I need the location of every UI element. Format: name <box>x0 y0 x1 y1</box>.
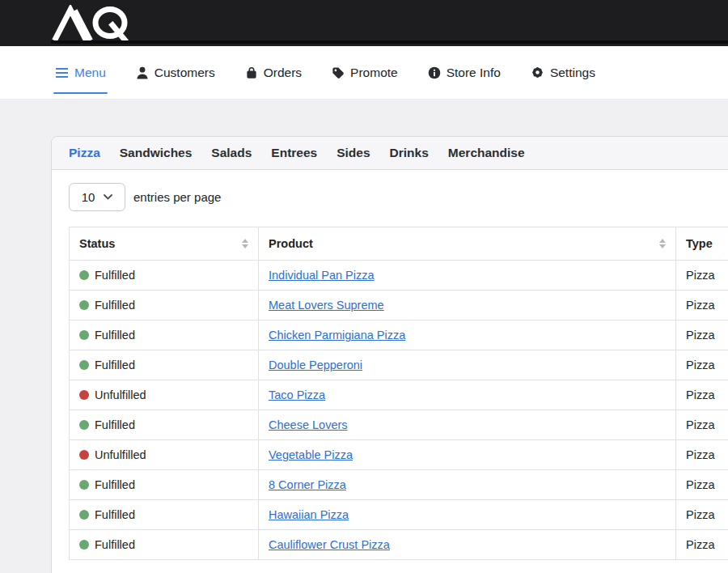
table-row: Fulfilled 8 Corner Pizza Pizza <box>70 470 728 500</box>
product-link[interactable]: Double Pepperoni <box>269 359 362 371</box>
tag-icon <box>332 66 345 79</box>
nav-label: Promote <box>350 66 398 80</box>
status-dot <box>79 330 89 340</box>
products-table: Status Product <box>69 227 728 560</box>
nav-label: Settings <box>550 66 595 80</box>
status-label: Unfulfilled <box>95 448 146 461</box>
status-dot <box>79 480 89 490</box>
product-cell: Chicken Parmigiana Pizza <box>259 320 676 350</box>
type-cell: Pizza <box>676 440 728 470</box>
table-row: Fulfilled Cauliflower Crust Pizza Pizza <box>70 530 728 560</box>
status-cell: Fulfilled <box>70 320 259 350</box>
card-body: 10 entries per page Status <box>52 170 728 573</box>
nav-item-customers[interactable]: Customers <box>136 46 215 99</box>
status-dot <box>79 510 89 520</box>
status-label: Fulfilled <box>95 359 135 371</box>
nav-item-settings[interactable]: Settings <box>531 46 595 99</box>
status-cell: Fulfilled <box>70 410 259 440</box>
status-cell: Fulfilled <box>70 350 259 380</box>
column-header-status[interactable]: Status <box>70 227 259 261</box>
table-row: Fulfilled Chicken Parmigiana Pizza Pizza <box>70 320 728 350</box>
product-cell: Cheese Lovers <box>259 410 676 440</box>
product-link[interactable]: Hawaiian Pizza <box>269 508 349 521</box>
menu-card: Pizza Sandwiches Salads Entrees Sides Dr… <box>51 136 728 573</box>
table-row: Fulfilled Individual Pan Pizza Pizza <box>70 261 728 291</box>
status-label: Fulfilled <box>95 418 135 431</box>
table-row: Fulfilled Meat Lovers Supreme Pizza <box>70 291 728 320</box>
product-cell: 8 Corner Pizza <box>259 470 676 500</box>
tab-sandwiches[interactable]: Sandwiches <box>120 146 193 160</box>
gear-icon <box>531 66 544 79</box>
product-cell: Vegetable Pizza <box>259 440 676 470</box>
tab-salads[interactable]: Salads <box>211 146 252 160</box>
tab-sides[interactable]: Sides <box>336 146 370 160</box>
type-cell: Pizza <box>676 261 728 291</box>
nav-item-menu[interactable]: Menu <box>55 46 106 99</box>
product-link[interactable]: Vegetable Pizza <box>269 448 353 461</box>
product-link[interactable]: Cauliflower Crust Pizza <box>269 538 390 551</box>
type-cell: Pizza <box>676 410 728 440</box>
product-link[interactable]: Taco Pizza <box>269 388 325 401</box>
product-cell: Cauliflower Crust Pizza <box>259 530 676 560</box>
status-label: Unfulfilled <box>95 388 146 401</box>
column-header-type[interactable]: Type <box>676 227 728 261</box>
type-cell: Pizza <box>676 530 728 560</box>
person-icon <box>136 66 149 79</box>
info-icon <box>428 66 441 79</box>
status-cell: Unfulfilled <box>70 440 259 470</box>
status-label: Fulfilled <box>95 538 135 551</box>
product-link[interactable]: Cheese Lovers <box>269 418 348 431</box>
table-row: Fulfilled Hawaiian Pizza Pizza <box>70 500 728 530</box>
sort-icon <box>242 239 248 248</box>
product-link[interactable]: Individual Pan Pizza <box>269 269 375 282</box>
status-dot <box>79 390 89 400</box>
nav-label: Store Info <box>447 66 501 80</box>
status-dot <box>79 450 89 460</box>
tab-pizza[interactable]: Pizza <box>69 146 100 160</box>
table-row: Unfulfilled Vegetable Pizza Pizza <box>70 440 728 470</box>
table-header-row: Status Product <box>70 227 728 261</box>
status-dot <box>79 270 89 280</box>
app-window: Menu Customers Orders Promote Store Info <box>0 0 728 573</box>
product-cell: Meat Lovers Supreme <box>259 291 676 320</box>
status-dot <box>79 300 89 310</box>
status-dot <box>79 540 89 550</box>
type-cell: Pizza <box>676 320 728 350</box>
brand-logo-icon <box>52 5 134 40</box>
status-dot <box>79 360 89 370</box>
product-cell: Double Pepperoni <box>259 350 676 380</box>
tab-drinks[interactable]: Drinks <box>390 146 429 160</box>
status-cell: Fulfilled <box>70 470 259 500</box>
product-cell: Hawaiian Pizza <box>259 500 676 530</box>
product-link[interactable]: Meat Lovers Supreme <box>269 299 384 312</box>
type-cell: Pizza <box>676 291 728 320</box>
product-link[interactable]: Chicken Parmigiana Pizza <box>269 329 405 342</box>
tab-entrees[interactable]: Entrees <box>271 146 317 160</box>
product-cell: Taco Pizza <box>259 380 676 410</box>
nav-item-promote[interactable]: Promote <box>332 46 398 99</box>
entries-per-page-select[interactable]: 10 <box>69 183 125 211</box>
shopping-bag-icon <box>245 66 258 79</box>
tab-merchandise[interactable]: Merchandise <box>448 146 525 160</box>
table-row: Fulfilled Double Pepperoni Pizza <box>70 350 728 380</box>
column-label: Type <box>686 237 713 250</box>
status-cell: Unfulfilled <box>70 380 259 410</box>
main-nav: Menu Customers Orders Promote Store Info <box>0 46 728 100</box>
top-header-bar <box>0 0 728 46</box>
product-link[interactable]: 8 Corner Pizza <box>269 478 346 491</box>
type-cell: Pizza <box>676 500 728 530</box>
status-label: Fulfilled <box>95 269 135 282</box>
column-label: Product <box>269 237 313 250</box>
page-content: Pizza Sandwiches Salads Entrees Sides Dr… <box>0 100 728 573</box>
nav-item-store-info[interactable]: Store Info <box>428 46 501 99</box>
type-cell: Pizza <box>676 350 728 380</box>
selected-page-size: 10 <box>82 190 95 204</box>
page-size-row: 10 entries per page <box>69 183 728 211</box>
status-label: Fulfilled <box>95 508 135 521</box>
sort-icon <box>659 239 666 248</box>
header-divider <box>51 40 728 44</box>
status-cell: Fulfilled <box>70 500 259 530</box>
nav-item-orders[interactable]: Orders <box>245 46 302 99</box>
hamburger-icon <box>55 67 69 79</box>
column-header-product[interactable]: Product <box>259 227 676 261</box>
